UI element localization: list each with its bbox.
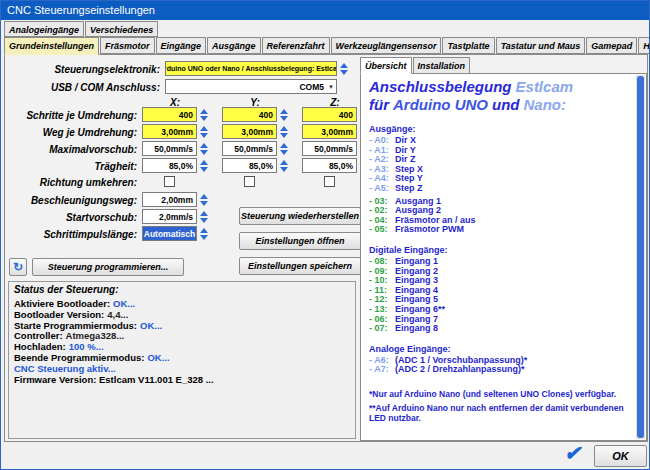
dropdown-arrow-icon[interactable]: ▼	[328, 84, 334, 90]
max-feed-y-spinner[interactable]	[278, 140, 290, 157]
outputs-header: Ausgänge:	[369, 124, 633, 134]
status-line: CNC Steuerung aktiv...	[14, 364, 350, 375]
electronics-label: Steuerungselektronik:	[5, 62, 160, 77]
start-feed-field[interactable]: 2,0mm/s	[142, 209, 197, 224]
pulse-label: Schrittimpulslänge:	[5, 227, 137, 242]
panel-tab-row: Übersicht Installation	[360, 57, 471, 74]
refresh-icon[interactable]: ↻	[9, 258, 27, 276]
analog-inputs-list: - A6:(ADC 1 / Vorschubanpassung)* - A7:(…	[369, 356, 633, 375]
reverse-y-checkbox[interactable]	[244, 176, 255, 187]
distance-label: Weg je Umdrehung:	[5, 125, 137, 140]
footnote-2: **Auf Arduino Nano nur nach entfernen de…	[369, 403, 633, 423]
inertia-z-field[interactable]: 85,0%	[302, 158, 357, 173]
distance-x-spinner[interactable]	[198, 123, 210, 140]
panel-tab-uebersicht[interactable]: Übersicht	[360, 57, 412, 74]
max-feed-label: Maximalvorschub:	[5, 142, 137, 157]
tab-row-secondary: Analogeingänge Verschiedenes	[4, 21, 159, 37]
program-button[interactable]: Steuerung programmieren...	[32, 258, 184, 276]
com-port-value: COM5	[299, 82, 324, 92]
start-feed-spinner[interactable]	[198, 208, 210, 225]
inertia-x-field[interactable]: 85,0%	[142, 158, 197, 173]
pinout-content: AnschlussbelegungEstlcam fürArduino UNOu…	[369, 78, 633, 438]
status-title: Status der Steuerung:	[14, 284, 350, 295]
distance-z-field[interactable]: 3,00mm	[302, 124, 357, 139]
accel-spinner[interactable]	[198, 191, 210, 208]
pin-row: - A7:(ADC 2 / Drehzahlanpassung)*	[369, 365, 633, 375]
electronics-select[interactable]: Arduino UNO oder Nano / Anschlussbelegun…	[165, 61, 337, 76]
footnote-1: *Nur auf Arduino Nano (und seltenen UNO …	[369, 389, 633, 399]
restore-button[interactable]: Steuerung wiederherstellen	[239, 207, 361, 225]
tab-row-primary: Grundeinstellungen Fräsmotor Eingänge Au…	[4, 37, 650, 55]
panel-tab-installation[interactable]: Installation	[413, 57, 471, 74]
max-feed-y-field[interactable]: 50,0mm/s	[222, 141, 277, 156]
status-line: Starte Programmiermodus:OK...	[14, 321, 350, 332]
open-settings-button[interactable]: Einstellungen öffnen	[239, 232, 361, 250]
tab-tastatur-und-maus[interactable]: Tastatur und Maus	[496, 37, 586, 54]
tab-verschiedenes[interactable]: Verschiedenes	[85, 21, 158, 37]
steps-label: Schritte je Umdrehung:	[5, 108, 137, 123]
steps-y-field[interactable]: 400	[222, 107, 277, 122]
grundeinstellungen-page: Steuerungselektronik: Arduino UNO oder N…	[4, 54, 648, 442]
max-feed-z-field[interactable]: 50,0mm/s	[302, 141, 357, 156]
pin-row: - A5:Step Z	[369, 184, 633, 194]
accel-field[interactable]: 2,00mm	[142, 192, 197, 207]
inertia-label: Trägheit:	[5, 159, 137, 174]
start-feed-label: Startvorschub:	[5, 210, 137, 225]
reverse-z-checkbox[interactable]	[324, 176, 335, 187]
settings-window: CNC Steuerungseinstellungen Analogeingän…	[0, 0, 650, 470]
inertia-x-spinner[interactable]	[198, 157, 210, 174]
outputs-list: - A0:Dir X - A1:Dir Y - A2:Dir Z - A3:St…	[369, 136, 633, 235]
status-line: Firmware Version: Estlcam V11.001 E_328 …	[14, 375, 350, 386]
digital-inputs-list: - 08:Eingang 1 - 09:Eingang 2 - 10:Einga…	[369, 257, 633, 334]
steps-y-spinner[interactable]	[278, 106, 290, 123]
pinout-panel: AnschlussbelegungEstlcam fürArduino UNOu…	[360, 73, 647, 441]
accel-label: Beschleunigungsweg:	[5, 193, 137, 208]
window-titlebar: CNC Steuerungseinstellungen	[1, 1, 649, 20]
steps-z-field[interactable]: 400	[302, 107, 357, 122]
tab-eingaenge[interactable]: Eingänge	[156, 37, 207, 54]
panel-scrollbar[interactable]	[636, 75, 645, 439]
tab-tastplatte[interactable]: Tastplatte	[442, 37, 494, 54]
inertia-y-spinner[interactable]	[278, 157, 290, 174]
distance-y-spinner[interactable]	[278, 123, 290, 140]
com-port-select[interactable]: COM5 ▼	[165, 79, 337, 94]
pin-row: - 05:Fräsmotor PWM	[369, 225, 633, 235]
digital-inputs-header: Digitale Eingänge:	[369, 245, 633, 255]
ok-button[interactable]: OK	[594, 445, 647, 467]
tab-grundeinstellungen[interactable]: Grundeinstellungen	[4, 37, 99, 55]
tab-handrad[interactable]: Handrad	[638, 37, 650, 54]
pin-row: - 07:Eingang 8	[369, 324, 633, 334]
tab-werkzeuglaengensensor[interactable]: Werkzeuglängensensor	[331, 37, 442, 54]
com-port-label: USB / COM Anschluss:	[5, 80, 160, 95]
distance-y-field[interactable]: 3,00mm	[222, 124, 277, 139]
steps-x-field[interactable]: 400	[142, 107, 197, 122]
steps-x-spinner[interactable]	[198, 106, 210, 123]
panel-title-line2: fürArduino UNOundNano:	[369, 96, 633, 114]
distance-x-field[interactable]: 3,00mm	[142, 124, 197, 139]
analog-inputs-header: Analoge Eingänge:	[369, 344, 633, 354]
reverse-x-checkbox[interactable]	[164, 176, 175, 187]
check-icon: ✔	[564, 441, 581, 465]
window-title: CNC Steuerungseinstellungen	[7, 4, 155, 16]
tab-ausgaenge[interactable]: Ausgänge	[207, 37, 261, 54]
inertia-y-field[interactable]: 85,0%	[222, 158, 277, 173]
status-box: Status der Steuerung: Aktiviere Bootload…	[8, 281, 356, 439]
tab-referenzfahrt[interactable]: Referenzfahrt	[262, 37, 330, 54]
save-settings-button[interactable]: Einstellungen speichern	[239, 257, 361, 275]
max-feed-x-field[interactable]: 50,0mm/s	[142, 141, 197, 156]
pulse-spinner[interactable]	[198, 225, 210, 242]
max-feed-x-spinner[interactable]	[198, 140, 210, 157]
status-line: Bootloader Version:4,4...	[14, 310, 350, 321]
tab-analogeingaenge[interactable]: Analogeingänge	[4, 21, 84, 37]
electronics-spinner[interactable]	[338, 60, 350, 77]
reverse-label: Richtung umkehren:	[5, 175, 137, 190]
panel-title-line1: AnschlussbelegungEstlcam	[369, 78, 633, 96]
tab-fraesmotor[interactable]: Fräsmotor	[100, 37, 155, 54]
tab-gamepad[interactable]: Gamepad	[586, 37, 637, 54]
scrollbar-thumb[interactable]	[637, 76, 644, 438]
pulse-field[interactable]: Automatisch	[142, 226, 197, 241]
